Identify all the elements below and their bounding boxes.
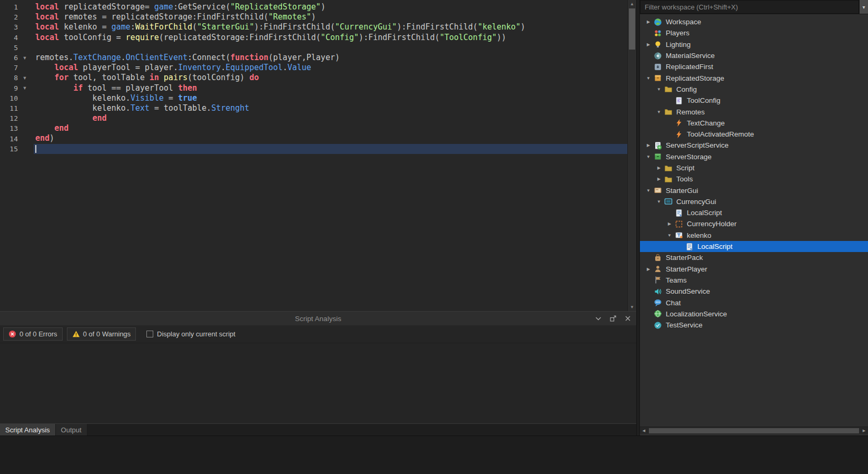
code-token: "ToolConfig" [440, 33, 497, 42]
tree-item-replicatedfirst[interactable]: ReplicatedFirst [640, 61, 868, 72]
tree-item-startergui[interactable]: ▼StarterGui [640, 185, 868, 196]
display-only-current-script-option[interactable]: Display only current script [146, 330, 235, 338]
tree-item-workspace[interactable]: ▶Workspace [640, 16, 868, 27]
code-line[interactable] [34, 144, 627, 154]
chevron-down-icon[interactable] [594, 314, 603, 323]
code-line[interactable]: local kelenko = game:WaitForChild("Start… [34, 22, 627, 32]
code-line[interactable]: if tool == playerTool then [34, 83, 627, 93]
code-line[interactable]: kelenko.Visible = true [34, 93, 627, 103]
tree-item-starterplayer[interactable]: ▶StarterPlayer [640, 264, 868, 275]
tree-item-replicatedstorage[interactable]: ▼ReplicatedStorage [640, 72, 868, 83]
tree-item-testservice[interactable]: TestService [640, 320, 868, 331]
code-pane[interactable]: local replicatedStorage= game:GetService… [34, 0, 627, 311]
expand-arrow-icon[interactable]: ▶ [643, 20, 654, 24]
tree-item-script[interactable]: ▶Script [640, 162, 868, 173]
errors-filter-button[interactable]: 0 of 0 Errors [3, 327, 63, 341]
collapse-arrow-icon[interactable]: ▼ [643, 188, 654, 193]
code-line[interactable]: local remotes = replicatedStorage:FindFi… [34, 12, 627, 22]
tree-item-tools[interactable]: ▶Tools [640, 173, 868, 185]
tree-item-soundservice[interactable]: SoundService [640, 286, 868, 297]
tree-item-starterpack[interactable]: StarterPack [640, 252, 868, 263]
tree-item-label: Players [666, 29, 689, 37]
tab-script-analysis[interactable]: Script Analysis [0, 424, 56, 436]
tree-item-toolconfig[interactable]: ToolConfig [640, 95, 868, 106]
tree-item-label: CurrencyGui [676, 198, 716, 206]
collapse-arrow-icon[interactable]: ▼ [654, 199, 664, 204]
tree-item-localscript[interactable]: LocalScript [640, 207, 868, 218]
tree-item-localizationservice[interactable]: LocalizationService [640, 308, 868, 320]
line-number: 2 [0, 13, 18, 21]
expand-arrow-icon[interactable]: ▶ [643, 42, 654, 47]
tree-item-materialservice[interactable]: MaterialService [640, 50, 868, 61]
vertical-scrollbar-thumb[interactable] [629, 8, 635, 50]
explorer-horizontal-scrollbar[interactable]: ◀ ▶ [640, 427, 868, 434]
frame-icon [675, 220, 684, 228]
code-line[interactable]: local playerTool = player.Inventory.Equi… [34, 63, 627, 73]
display-only-current-script-checkbox[interactable] [146, 331, 153, 337]
fold-arrow-icon[interactable]: ▼ [18, 55, 32, 61]
tree-item-currencyholder[interactable]: ▶CurrencyHolder [640, 218, 868, 229]
tree-item-remotes[interactable]: ▼Remotes [640, 106, 868, 117]
server-storage-icon [654, 152, 663, 161]
code-token: tool == playerTool [87, 83, 178, 93]
scroll-right-arrow-icon[interactable]: ▶ [860, 429, 868, 433]
code-line[interactable]: kelenko.Text = toolTable.Strenght [34, 103, 627, 113]
tree-item-serverscriptservice[interactable]: ▶ServerScriptService [640, 140, 868, 151]
code-line[interactable] [34, 43, 627, 53]
scroll-up-arrow-icon[interactable]: ▲ [628, 0, 636, 8]
tree-item-players[interactable]: Players [640, 27, 868, 38]
filter-workspace-input[interactable] [640, 0, 859, 14]
panel-title: Script Analysis [295, 315, 341, 323]
fold-arrow-icon[interactable]: ▼ [18, 85, 32, 91]
panel-splitter[interactable] [636, 0, 640, 436]
tree-item-textchange[interactable]: TextChange [640, 118, 868, 129]
collapse-arrow-icon[interactable]: ▼ [643, 76, 654, 81]
tree-item-config[interactable]: ▼Config [640, 84, 868, 95]
gutter-row: 8▼ [0, 73, 34, 83]
gutter-row: 1 [0, 2, 34, 12]
tree-item-kelenko[interactable]: ▼kelenko [640, 230, 868, 241]
editor-vertical-scrollbar[interactable]: ▲ ▼ [627, 0, 636, 311]
scroll-down-arrow-icon[interactable]: ▼ [628, 303, 636, 311]
code-token: local [35, 12, 64, 22]
tree-item-lighting[interactable]: ▶Lighting [640, 39, 868, 50]
warnings-filter-button[interactable]: 0 of 0 Warnings [67, 327, 136, 341]
filter-dropdown-button[interactable]: ▾ [859, 0, 868, 14]
collapse-arrow-icon[interactable]: ▼ [643, 154, 654, 159]
tree-item-currencygui[interactable]: ▼CurrencyGui [640, 196, 868, 207]
code-token: . [221, 63, 225, 72]
tree-item-teams[interactable]: Teams [640, 275, 868, 286]
collapse-arrow-icon[interactable]: ▼ [664, 233, 675, 238]
code-line[interactable]: end) [34, 133, 627, 143]
expand-arrow-icon[interactable]: ▶ [643, 143, 654, 148]
tree-item-localscript[interactable]: LocalScript [640, 241, 868, 252]
tree-item-serverstorage[interactable]: ▼ServerStorage [640, 151, 868, 162]
expand-arrow-icon[interactable]: ▶ [654, 177, 664, 181]
code-line[interactable]: remotes.TextChange.OnClientEvent:Connect… [34, 53, 627, 63]
collapse-arrow-icon[interactable]: ▼ [654, 110, 664, 114]
workspace-icon [654, 18, 663, 26]
close-icon[interactable] [624, 314, 632, 323]
code-line[interactable]: end [34, 113, 627, 123]
expand-arrow-icon[interactable]: ▶ [664, 221, 675, 226]
scroll-left-arrow-icon[interactable]: ◀ [640, 429, 648, 433]
code-token: function [230, 53, 268, 62]
expand-arrow-icon[interactable]: ▶ [654, 166, 664, 170]
code-line[interactable]: for tool, toolTable in pairs(toolConfig)… [34, 73, 627, 83]
tree-item-toolactivatedremote[interactable]: ToolActivatedRemote [640, 129, 868, 140]
gutter-row: 12 [0, 113, 34, 123]
undock-panel-icon[interactable] [609, 314, 617, 323]
tree-item-chat[interactable]: Chat [640, 297, 868, 308]
code-line[interactable]: local replicatedStorage= game:GetService… [34, 2, 627, 12]
fold-arrow-icon[interactable]: ▼ [18, 75, 32, 81]
code-line[interactable]: end [34, 123, 627, 133]
localization-service-icon [654, 309, 663, 318]
collapse-arrow-icon[interactable]: ▼ [654, 87, 664, 92]
expand-arrow-icon[interactable]: ▶ [643, 267, 654, 272]
horizontal-scrollbar-thumb[interactable] [649, 428, 859, 433]
tab-output[interactable]: Output [56, 424, 87, 436]
tree-item-label: LocalizationService [666, 310, 727, 318]
tree-item-label: Config [676, 85, 697, 93]
local-script-icon [685, 243, 694, 251]
code-line[interactable]: local toolConfig = require(replicatedSto… [34, 33, 627, 43]
